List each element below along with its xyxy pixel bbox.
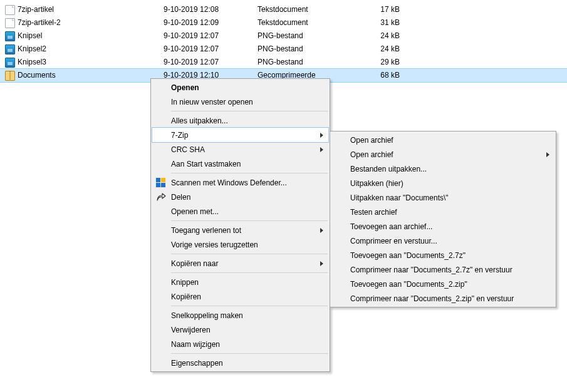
submenu-arrow-icon [320, 147, 323, 152]
menu-item-label: Openen [171, 83, 199, 92]
file-row[interactable]: 7zip-artikel-29-10-2019 12:09Tekstdocume… [0, 16, 567, 29]
menu-item-label: 7-Zip [171, 131, 188, 140]
menu-item-label: Comprimeer naar "Documents_2.zip" en ver… [350, 294, 514, 303]
file-type: PNG-bestand [257, 29, 365, 43]
menu-item-label: Toegang verlenen tot [171, 226, 241, 235]
shield-icon [156, 178, 166, 188]
file-row[interactable]: Knipsel9-10-2019 12:07PNG-bestand24 kB [0, 29, 567, 43]
menu-item[interactable]: Kopiëren [152, 289, 328, 304]
menu-item[interactable]: Toevoegen aan "Documents_2.7z" [331, 248, 554, 262]
file-size: 31 kB [365, 16, 400, 29]
menu-item-label: Kopiëren naar [171, 259, 218, 268]
menu-item[interactable]: Openen met... [152, 204, 328, 219]
menu-item-label: Comprimeer en verstuur... [350, 237, 437, 245]
text-file-icon [4, 5, 16, 15]
file-date: 9-10-2019 12:07 [164, 43, 257, 56]
menu-item[interactable]: Toevoegen aan archief... [331, 219, 554, 234]
context-submenu-7zip: Open archiefOpen archiefBestanden uitpak… [330, 131, 556, 307]
menu-item[interactable]: Verwijderen [152, 322, 328, 337]
menu-item[interactable]: Bestanden uitpakken... [331, 162, 554, 176]
menu-item-label: Toevoegen aan "Documents_2.7z" [350, 251, 466, 260]
menu-item-label: Uitpakken naar "Documents\" [350, 193, 449, 202]
image-file-icon [4, 44, 16, 54]
menu-item-label: Open archief [350, 150, 393, 159]
menu-item-label: Open archief [350, 136, 393, 145]
zip-file-icon [4, 71, 16, 81]
menu-item-label: Bestanden uitpakken... [350, 165, 427, 173]
menu-separator [171, 353, 328, 354]
menu-item-label: Openen met... [171, 207, 219, 216]
context-menu: OpenenIn nieuw venster openenAlles uitpa… [150, 78, 330, 372]
menu-item[interactable]: Open archief [331, 133, 554, 147]
file-size: 68 kB [365, 69, 400, 82]
menu-item-label: Comprimeer naar "Documents_2.7z" en vers… [350, 266, 512, 274]
file-type: Tekstdocument [257, 3, 365, 16]
menu-item-label: Vorige versies terugzetten [171, 240, 258, 249]
file-date: 9-10-2019 12:07 [164, 29, 257, 43]
menu-item[interactable]: Comprimeer naar "Documents_2.zip" en ver… [331, 291, 554, 306]
file-list: 7zip-artikel9-10-2019 12:08Tekstdocument… [0, 0, 567, 82]
menu-item-label: CRC SHA [171, 145, 205, 154]
menu-item-label: Naam wijzigen [171, 340, 220, 349]
menu-item[interactable]: Uitpakken naar "Documents\" [331, 190, 554, 205]
menu-item-label: Aan Start vastmaken [171, 160, 241, 168]
file-name: 7zip-artikel-2 [16, 16, 164, 29]
menu-item[interactable]: Vorige versies terugzetten [152, 237, 328, 252]
file-date: 9-10-2019 12:07 [164, 56, 257, 69]
menu-item-label: Delen [171, 193, 190, 202]
menu-item[interactable]: Snelkoppeling maken [152, 308, 328, 322]
menu-item[interactable]: Knippen [152, 275, 328, 289]
menu-item[interactable]: Toegang verlenen tot [152, 223, 328, 237]
file-name: Knipsel2 [16, 43, 164, 56]
menu-item[interactable]: Comprimeer naar "Documents_2.7z" en vers… [331, 262, 554, 277]
file-name: 7zip-artikel [16, 3, 164, 16]
submenu-arrow-icon [320, 228, 323, 233]
menu-separator [171, 254, 328, 254]
menu-item[interactable]: Testen archief [331, 205, 554, 219]
menu-item[interactable]: Kopiëren naar [152, 256, 328, 271]
menu-item-label: Toevoegen aan archief... [350, 222, 432, 231]
menu-separator [171, 220, 328, 221]
image-file-icon [4, 31, 16, 41]
submenu-arrow-icon [320, 261, 323, 266]
file-name: Documents [16, 69, 164, 82]
menu-item[interactable]: Openen [152, 80, 328, 95]
menu-item-label: Alles uitpakken... [171, 116, 228, 125]
file-name: Knipsel3 [16, 56, 164, 69]
menu-item-label: Knippen [171, 278, 199, 287]
menu-item-label: Snelkoppeling maken [171, 311, 243, 320]
file-size: 29 kB [365, 56, 400, 69]
file-row[interactable]: Knipsel29-10-2019 12:07PNG-bestand24 kB [0, 43, 567, 56]
menu-separator [171, 111, 328, 111]
file-row[interactable]: Knipsel39-10-2019 12:07PNG-bestand29 kB [0, 56, 567, 69]
menu-item-label: Toevoegen aan "Documents_2.zip" [350, 280, 467, 289]
menu-item[interactable]: Aan Start vastmaken [152, 157, 328, 171]
file-type: PNG-bestand [257, 56, 365, 69]
menu-item[interactable]: Open archief [331, 147, 554, 162]
menu-separator [171, 173, 328, 173]
file-date: 9-10-2019 12:09 [164, 16, 257, 29]
menu-item[interactable]: CRC SHA [152, 142, 328, 157]
menu-item[interactable]: In nieuw venster openen [152, 95, 328, 109]
menu-item[interactable]: Scannen met Windows Defender... [152, 175, 328, 190]
menu-item-label: Eigenschappen [171, 359, 223, 368]
menu-item-label: Testen archief [350, 208, 397, 217]
file-size: 17 kB [365, 3, 400, 16]
file-size: 24 kB [365, 29, 400, 43]
file-type: Tekstdocument [257, 16, 365, 29]
menu-item[interactable]: Alles uitpakken... [152, 113, 328, 128]
submenu-arrow-icon [546, 152, 549, 157]
text-file-icon [4, 18, 16, 28]
menu-item[interactable]: Naam wijzigen [152, 337, 328, 351]
menu-item[interactable]: Uitpakken (hier) [331, 176, 554, 190]
file-name: Knipsel [16, 29, 164, 43]
menu-item[interactable]: Toevoegen aan "Documents_2.zip" [331, 277, 554, 291]
menu-item[interactable]: 7-Zip [152, 128, 328, 142]
file-row[interactable]: 7zip-artikel9-10-2019 12:08Tekstdocument… [0, 3, 567, 16]
menu-item[interactable]: Comprimeer en verstuur... [331, 234, 554, 248]
menu-item[interactable]: Delen [152, 190, 328, 204]
menu-item[interactable]: Eigenschappen [152, 356, 328, 370]
file-size: 24 kB [365, 43, 400, 56]
menu-separator [171, 306, 328, 306]
image-file-icon [4, 58, 16, 68]
